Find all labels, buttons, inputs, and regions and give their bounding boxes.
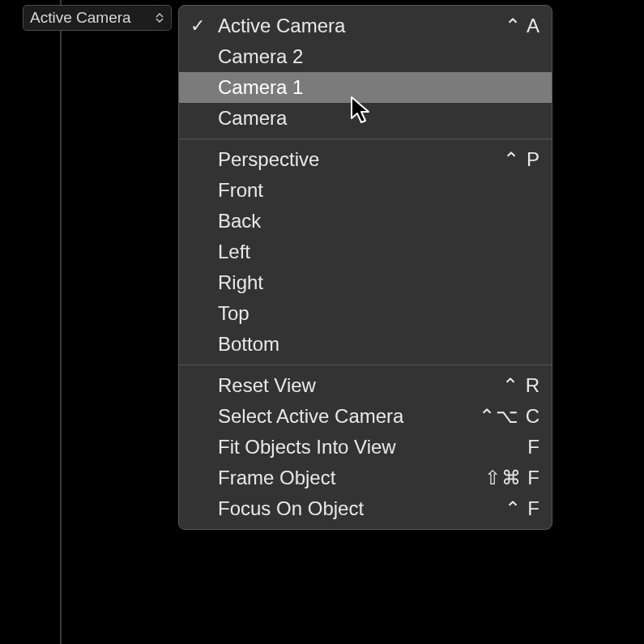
menu-item[interactable]: Frame Object⇧⌘ F bbox=[179, 463, 552, 493]
menu-item[interactable]: Fit Objects Into ViewF bbox=[179, 432, 552, 463]
menu-item-shortcut: ⇧⌘ F bbox=[484, 467, 540, 489]
menu-item-label: Right bbox=[218, 271, 540, 294]
menu-item-label: Front bbox=[218, 179, 540, 202]
menu-item[interactable]: Left bbox=[179, 237, 552, 267]
menu-item[interactable]: Back bbox=[179, 206, 552, 237]
menu-separator bbox=[179, 139, 552, 139]
menu-item-label: Top bbox=[218, 302, 540, 325]
chevron-updown-icon bbox=[155, 13, 164, 23]
menu-item-label: Camera 1 bbox=[218, 76, 540, 99]
menu-item[interactable]: Right bbox=[179, 267, 552, 298]
menu-item-label: Frame Object bbox=[218, 467, 484, 489]
menu-item[interactable]: Bottom bbox=[179, 329, 552, 360]
menu-item[interactable]: Perspective⌃ P bbox=[179, 144, 552, 175]
menu-item-shortcut: ⌃ R bbox=[502, 374, 540, 397]
camera-view-menu: ✓Active Camera⌃ ACamera 2Camera 1CameraP… bbox=[178, 5, 552, 530]
menu-item-shortcut: ⌃ P bbox=[503, 148, 540, 171]
menu-item-label: Back bbox=[218, 210, 540, 232]
menu-item-label: Fit Objects Into View bbox=[218, 436, 527, 458]
menu-item-label: Select Active Camera bbox=[218, 405, 479, 428]
menu-item-shortcut: ⌃ A bbox=[505, 15, 540, 37]
menu-item-label: Bottom bbox=[218, 333, 540, 356]
menu-item-label: Reset View bbox=[218, 374, 502, 397]
menu-item-label: Left bbox=[218, 241, 540, 263]
menu-item-label: Perspective bbox=[218, 148, 503, 171]
menu-item[interactable]: Top bbox=[179, 298, 552, 329]
menu-item-shortcut: F bbox=[527, 436, 540, 458]
menu-item-label: Camera bbox=[218, 107, 540, 130]
menu-item[interactable]: Camera bbox=[179, 103, 552, 134]
menu-item[interactable]: ✓Active Camera⌃ A bbox=[179, 11, 552, 41]
checkmark-icon: ✓ bbox=[190, 15, 218, 36]
camera-selector-button[interactable]: Active Camera bbox=[23, 5, 172, 31]
menu-item-shortcut: ⌃⌥ C bbox=[479, 405, 540, 428]
menu-item[interactable]: Select Active Camera⌃⌥ C bbox=[179, 401, 552, 432]
menu-item[interactable]: Focus On Object⌃ F bbox=[179, 493, 552, 524]
menu-item-label: Focus On Object bbox=[218, 497, 505, 520]
menu-item[interactable]: Reset View⌃ R bbox=[179, 370, 552, 401]
menu-separator bbox=[179, 365, 552, 365]
menu-item-label: Camera 2 bbox=[218, 45, 540, 68]
camera-selector-label: Active Camera bbox=[30, 9, 150, 27]
menu-item-shortcut: ⌃ F bbox=[505, 497, 540, 520]
vertical-divider bbox=[60, 0, 62, 644]
menu-item[interactable]: Camera 1 bbox=[179, 72, 552, 103]
menu-item[interactable]: Front bbox=[179, 175, 552, 206]
menu-item-label: Active Camera bbox=[218, 15, 505, 37]
menu-item[interactable]: Camera 2 bbox=[179, 41, 552, 72]
